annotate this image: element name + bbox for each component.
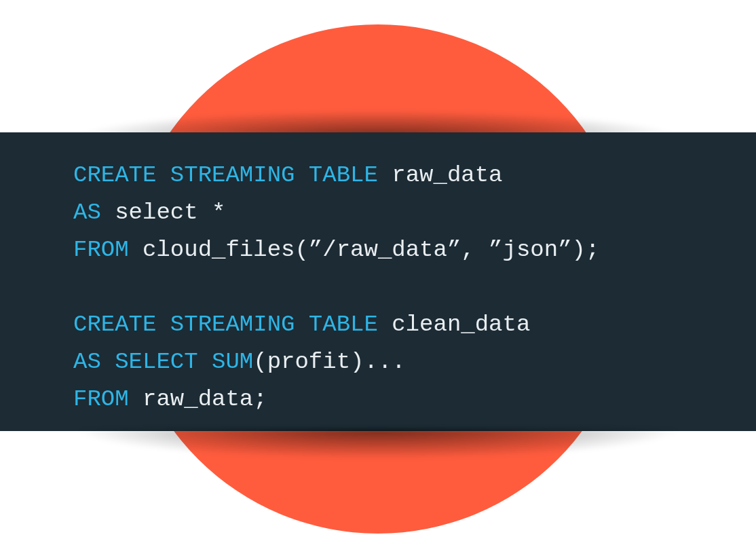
code-panel: CREATE STREAMING TABLE raw_data AS selec…	[0, 132, 756, 431]
keyword: FROM	[73, 237, 129, 263]
code-text: select *	[101, 200, 240, 225]
code-text: cloud_files(”/raw_data”, ”json”);	[129, 237, 600, 263]
keyword: AS SELECT SUM	[73, 349, 253, 375]
stage: CREATE STREAMING TABLE raw_data AS selec…	[0, 0, 756, 558]
code-text: (profit)...	[253, 349, 419, 375]
keyword: CREATE STREAMING TABLE	[73, 312, 378, 337]
code-text: raw_data;	[129, 386, 267, 412]
code-text: clean_data	[378, 312, 544, 337]
keyword: AS	[73, 200, 101, 225]
code-text: raw_data	[378, 162, 516, 188]
keyword: FROM	[73, 386, 129, 412]
keyword: CREATE STREAMING TABLE	[73, 162, 378, 188]
